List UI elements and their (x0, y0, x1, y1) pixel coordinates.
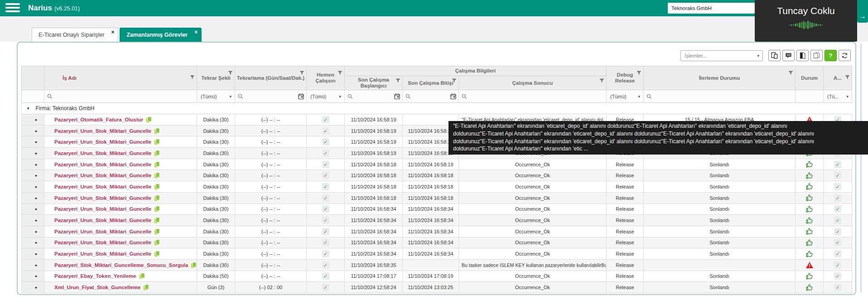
filter-search-is_adi[interactable] (44, 90, 197, 103)
task-name-link[interactable]: Pazaryeri_Stok_Miktari_Guncelleme_Sonucu… (54, 262, 188, 268)
copy-icon[interactable] (154, 239, 160, 246)
tab-zamanlanmis-gorevler[interactable]: Zamanlanmış Görevler × (120, 28, 202, 42)
task-name-link[interactable]: Pazaryeri_Urun_Stok_Miktari_Guncelle (54, 251, 151, 257)
tab-close-icon[interactable]: × (194, 29, 198, 35)
column-header-baslangic[interactable]: Son Çalışma Başlangıcı (345, 76, 403, 90)
table-row[interactable]: ▸Pazaryeri_Urun_Stok_Miktari_GuncelleDak… (21, 237, 852, 249)
row-expand-icon[interactable]: ▸ (22, 159, 44, 170)
filter-search-baslangic[interactable] (345, 90, 403, 103)
filter-search-sonuc[interactable] (459, 90, 607, 103)
copy-icon[interactable] (154, 206, 160, 212)
table-row[interactable]: ▸Pazaryeri_Urun_Stok_Miktari_GuncelleDak… (21, 248, 852, 260)
filter-funnel-icon[interactable] (452, 78, 457, 84)
copy-icon[interactable] (139, 273, 145, 279)
table-row[interactable]: ▸Pazaryeri_Stok_Miktari_Guncelleme_Sonuc… (21, 260, 852, 271)
task-name-link[interactable]: Pazaryeri_Urun_Stok_Miktari_Guncelle (54, 206, 151, 212)
refresh-button[interactable] (839, 50, 851, 61)
collapse-triangle-icon[interactable]: ▾ (27, 106, 29, 111)
row-expand-icon[interactable]: ▸ (22, 248, 44, 260)
filter-funnel-icon[interactable] (228, 71, 233, 77)
task-name-link[interactable]: Pazaryeri_Urun_Stok_Miktari_Guncelle (54, 184, 151, 189)
actions-combobox[interactable]: İşlemler... ▾ (680, 50, 763, 61)
row-expand-icon[interactable]: ▸ (22, 114, 44, 126)
table-row[interactable]: ▸Pazaryeri_Urun_Stok_Miktari_GuncelleDak… (21, 193, 852, 204)
filter-funnel-icon[interactable] (788, 71, 793, 77)
filter-select-tekrar[interactable]: (Tümü)▾ (197, 90, 235, 103)
group-row-firma[interactable]: ▾ Firma: Teknoraks GmbH (21, 103, 852, 114)
row-expand-icon[interactable]: ▸ (22, 271, 44, 282)
panel-side-scroll-track[interactable] (860, 44, 862, 292)
page-export-button[interactable] (796, 50, 809, 61)
tab-close-icon[interactable]: × (111, 29, 114, 35)
copy-icon[interactable] (154, 228, 160, 235)
copy-icon[interactable] (154, 139, 160, 145)
copy-icon[interactable] (154, 251, 160, 257)
company-select[interactable]: Teknoraks GmbH (668, 3, 755, 14)
column-header-bitis[interactable]: Son Çalışma Bitişi (403, 76, 459, 90)
copy-icon[interactable] (154, 195, 160, 201)
calendar-icon[interactable] (298, 93, 304, 100)
column-header-tekrar[interactable]: Tekrar Şekli (197, 66, 235, 90)
table-row[interactable]: ▸Pazaryeri_Urun_Stok_Miktari_GuncelleDak… (21, 159, 852, 170)
task-name-link[interactable]: Pazaryeri_Urun_Stok_Miktari_Guncelle (54, 128, 151, 134)
column-header-tekrarlama[interactable]: Tekrarlama (Gün/Saat/Dak.) (235, 66, 307, 90)
table-row[interactable]: ▸Xml_Urun_Fiyat_Stok_GuncellemeGün (3)(-… (21, 282, 852, 293)
task-name-link[interactable]: Pazaryeri_Urun_Stok_Miktari_Guncelle (54, 162, 151, 167)
row-expand-icon[interactable]: ▸ (22, 181, 44, 193)
task-name-link[interactable]: Pazaryeri_Urun_Stok_Miktari_Guncelle (54, 218, 151, 223)
filter-funnel-icon[interactable] (845, 75, 850, 81)
task-name-link[interactable]: Pazaryeri_Urun_Stok_Miktari_Guncelle (54, 229, 151, 234)
filter-funnel-icon[interactable] (190, 75, 195, 81)
column-header-sonuc[interactable]: Çalışma Sonucu (459, 76, 607, 90)
filter-select-onay[interactable]: (Tü...▾ (824, 90, 852, 103)
filter-search-tekrarlama[interactable] (235, 90, 307, 103)
task-name-link[interactable]: Pazaryeri_Urun_Stok_Miktari_Guncelle (54, 173, 151, 178)
row-expand-icon[interactable]: ▸ (22, 282, 44, 293)
column-header-is_adi[interactable]: İş Adı (44, 66, 197, 90)
row-expand-icon[interactable]: ▸ (22, 170, 44, 181)
copy-pages-button[interactable] (810, 50, 823, 61)
row-expand-icon[interactable]: ▸ (22, 148, 44, 159)
copy-window-button[interactable] (768, 50, 781, 61)
menu-hamburger-icon[interactable] (5, 3, 20, 13)
row-expand-icon[interactable]: ▸ (22, 237, 44, 249)
row-expand-icon[interactable]: ▸ (22, 260, 44, 271)
calendar-icon[interactable] (394, 93, 400, 100)
row-expand-icon[interactable]: ▸ (22, 136, 44, 148)
table-row[interactable]: ▸Pazaryeri_Urun_Stok_Miktari_GuncelleDak… (21, 204, 852, 215)
filter-search-bitis[interactable] (403, 90, 459, 103)
column-header-debug[interactable]: Debug Release (607, 66, 644, 90)
task-name-link[interactable]: Pazaryeri_Urun_Stok_Miktari_Guncelle (54, 240, 151, 245)
filter-funnel-icon[interactable] (599, 78, 604, 84)
row-expand-icon[interactable]: ▸ (22, 226, 44, 237)
copy-icon[interactable] (154, 128, 160, 134)
copy-icon[interactable] (191, 262, 197, 268)
filter-search-ilerleme[interactable] (644, 90, 796, 103)
column-header-hemen[interactable]: Hemen Çalışsın (307, 66, 345, 90)
table-row[interactable]: ▸Pazaryeri_Urun_Stok_Miktari_GuncelleDak… (21, 170, 852, 181)
row-expand-icon[interactable]: ▸ (22, 215, 44, 226)
logout-arrow-icon[interactable]: → (857, 10, 868, 23)
copy-icon[interactable] (154, 184, 160, 190)
column-header-durum[interactable]: Durum (796, 66, 824, 90)
row-expand-icon[interactable]: ▸ (22, 126, 44, 137)
row-expand-icon[interactable]: ▸ (22, 204, 44, 215)
column-header-ilerleme[interactable]: İlerleme Durumu (644, 66, 796, 90)
tab-eticaret-onayli-siparisler[interactable]: E-Ticaret Onaylı Siparişler × (32, 28, 118, 42)
comment-button[interactable] (782, 50, 795, 61)
filter-select-debug[interactable]: (Tümü)▾ (607, 90, 644, 103)
copy-icon[interactable] (146, 116, 152, 123)
copy-icon[interactable] (154, 217, 160, 223)
filter-select-hemen[interactable]: (Tümü)▾ (307, 90, 345, 103)
copy-icon[interactable] (154, 172, 160, 179)
column-header-expand[interactable] (22, 66, 44, 90)
table-row[interactable]: ▸Pazaryeri_Urun_Stok_Miktari_GuncelleDak… (21, 226, 852, 237)
copy-icon[interactable] (143, 284, 149, 290)
task-name-link[interactable]: Pazaryeri_Urun_Stok_Miktari_Guncelle (54, 139, 151, 145)
calendar-icon[interactable] (450, 93, 456, 100)
task-name-link[interactable]: Pazaryeri_Ebay_Token_Yenileme (54, 273, 136, 279)
filter-funnel-icon[interactable] (637, 71, 641, 77)
call-overlay[interactable]: Tuncay Coklu (755, 0, 857, 42)
row-expand-icon[interactable]: ▸ (22, 193, 44, 204)
task-name-link[interactable]: Pazaryeri_Otomatik_Fatura_Olustur (54, 117, 143, 122)
